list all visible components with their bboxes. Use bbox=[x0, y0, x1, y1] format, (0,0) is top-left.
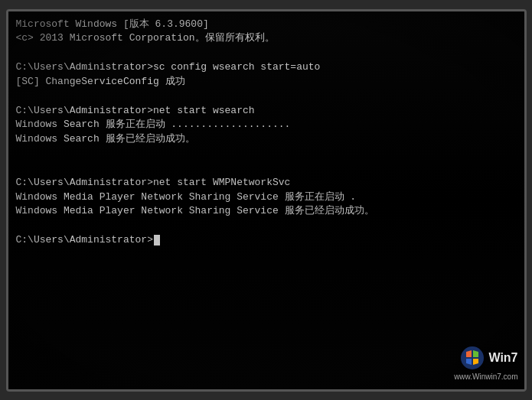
win7-logo: Win7 bbox=[460, 346, 517, 370]
terminal-line: <c> 2013 Microsoft Corporation。保留所有权利。 bbox=[16, 31, 517, 46]
win7-flag-icon bbox=[460, 346, 485, 370]
win7-url: www.Winwin7.com bbox=[454, 372, 517, 383]
terminal-line bbox=[16, 46, 517, 60]
terminal-line bbox=[16, 161, 517, 176]
win7-label: Win7 bbox=[488, 349, 517, 366]
terminal-line: C:\Users\Administrator> bbox=[16, 233, 517, 248]
screen-wrapper: Microsoft Windows [版本 6.3.9600]<c> 2013 … bbox=[6, 9, 527, 392]
terminal-line: Windows Search 服务正在启动 ..................… bbox=[16, 118, 517, 132]
terminal-line: C:\Users\Administrator>net start wsearch bbox=[16, 104, 517, 119]
terminal-output: Microsoft Windows [版本 6.3.9600]<c> 2013 … bbox=[16, 18, 517, 249]
cmd-window: Microsoft Windows [版本 6.3.9600]<c> 2013 … bbox=[8, 11, 524, 389]
terminal-line: Windows Search 服务已经启动成功。 bbox=[16, 132, 517, 147]
terminal-line: Windows Media Player Network Sharing Ser… bbox=[16, 204, 517, 219]
terminal-line: Windows Media Player Network Sharing Ser… bbox=[16, 190, 517, 205]
cursor bbox=[154, 235, 160, 246]
terminal-line bbox=[16, 219, 517, 233]
terminal-line: [SC] ChangeServiceConfig 成功 bbox=[16, 75, 517, 89]
watermark: Win7 www.Winwin7.com bbox=[454, 346, 517, 383]
terminal-line: C:\Users\Administrator>net start WMPNetw… bbox=[16, 176, 517, 190]
terminal-line: Microsoft Windows [版本 6.3.9600] bbox=[16, 18, 517, 32]
terminal-line bbox=[16, 147, 517, 161]
terminal-line: C:\Users\Administrator>sc config wsearch… bbox=[16, 60, 517, 75]
terminal-line bbox=[16, 89, 517, 104]
svg-point-0 bbox=[461, 346, 484, 369]
